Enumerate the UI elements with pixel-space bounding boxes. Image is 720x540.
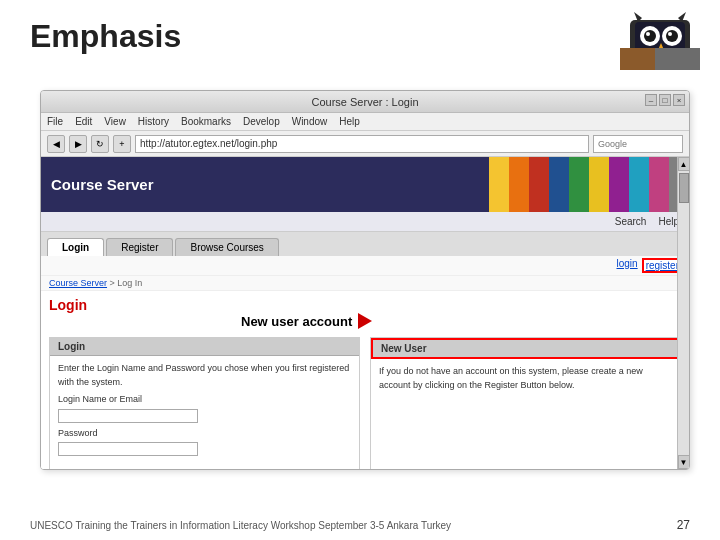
svg-rect-11 <box>620 48 655 70</box>
course-page: Course Server Search Help Login R <box>41 157 689 469</box>
browser-toolbar: ◀ ▶ ↻ + <box>41 131 689 157</box>
svg-rect-12 <box>655 48 700 70</box>
breadcrumb: Course Server > Log In <box>41 276 689 291</box>
address-bar[interactable] <box>135 135 589 153</box>
footer-text: UNESCO Training the Trainers in Informat… <box>30 520 451 531</box>
page-number: 27 <box>677 518 690 532</box>
svg-point-4 <box>646 32 650 36</box>
login-panel-header: Login <box>50 338 359 356</box>
pencils-image <box>489 157 689 212</box>
tab-register[interactable]: Register <box>106 238 173 256</box>
new-user-panel-text: If you do not have an account on this sy… <box>379 366 643 390</box>
course-header: Course Server <box>41 157 689 212</box>
scroll-up-button[interactable]: ▲ <box>678 157 690 171</box>
window-buttons: – □ × <box>645 94 685 106</box>
new-user-account-label: New user account <box>241 313 372 329</box>
page-content: Login New user account Login Enter the L… <box>41 291 689 469</box>
scrollbar: ▲ ▼ <box>677 157 689 469</box>
tab-login[interactable]: Login <box>47 238 104 256</box>
breadcrumb-separator: > Log In <box>110 278 143 288</box>
minimize-button[interactable]: – <box>645 94 657 106</box>
menu-file[interactable]: File <box>47 116 63 127</box>
nav-tabs: Login Register Browse Courses <box>41 232 689 256</box>
menu-bookmarks[interactable]: Bookmarks <box>181 116 231 127</box>
new-tab-button[interactable]: + <box>113 135 131 153</box>
scroll-thumb[interactable] <box>679 173 689 203</box>
forward-button[interactable]: ▶ <box>69 135 87 153</box>
login-panel: Login Enter the Login Name and Password … <box>49 337 360 469</box>
owl-icon <box>620 10 700 70</box>
panels: Login Enter the Login Name and Password … <box>49 337 681 469</box>
login-input-group: Login Name or Email Password <box>58 393 351 456</box>
slide-footer: UNESCO Training the Trainers in Informat… <box>30 518 690 532</box>
tab-browse-courses[interactable]: Browse Courses <box>175 238 278 256</box>
password-label: Password <box>58 427 351 441</box>
password-input[interactable] <box>58 442 198 456</box>
refresh-button[interactable]: ↻ <box>91 135 109 153</box>
menu-window[interactable]: Window <box>292 116 328 127</box>
menu-develop[interactable]: Develop <box>243 116 280 127</box>
browser-window: Course Server : Login – □ × File Edit Vi… <box>40 90 690 470</box>
login-link[interactable]: login <box>617 258 638 273</box>
arrow-right-icon <box>358 313 372 329</box>
close-button[interactable]: × <box>673 94 685 106</box>
scroll-down-button[interactable]: ▼ <box>678 455 690 469</box>
browser-titlebar: Course Server : Login – □ × <box>41 91 689 113</box>
menu-history[interactable]: History <box>138 116 169 127</box>
menu-edit[interactable]: Edit <box>75 116 92 127</box>
svg-point-6 <box>666 30 678 42</box>
new-user-text: New user account <box>241 314 352 329</box>
menu-view[interactable]: View <box>104 116 126 127</box>
svg-point-3 <box>644 30 656 42</box>
login-register-bar: login register <box>41 256 689 276</box>
menu-help[interactable]: Help <box>339 116 360 127</box>
svg-point-7 <box>668 32 672 36</box>
maximize-button[interactable]: □ <box>659 94 671 106</box>
search-bar[interactable] <box>593 135 683 153</box>
browser-menubar: File Edit View History Bookmarks Develop… <box>41 113 689 131</box>
browser-title: Course Server : Login <box>312 96 419 108</box>
help-link[interactable]: Help <box>658 216 679 227</box>
back-button[interactable]: ◀ <box>47 135 65 153</box>
search-help-bar: Search Help <box>41 212 689 232</box>
slide-title: Emphasis <box>0 0 720 65</box>
new-user-panel: New User If you do not have an account o… <box>370 337 681 469</box>
page-heading: Login <box>49 297 87 313</box>
new-user-panel-header: New User <box>371 338 680 359</box>
login-name-label: Login Name or Email <box>58 393 351 407</box>
course-logo: Course Server <box>51 176 154 193</box>
login-panel-body: Enter the Login Name and Password you ch… <box>50 356 359 462</box>
new-user-panel-body: If you do not have an account on this sy… <box>371 359 680 398</box>
login-name-input[interactable] <box>58 409 198 423</box>
search-link[interactable]: Search <box>615 216 647 227</box>
breadcrumb-link[interactable]: Course Server <box>49 278 107 288</box>
login-panel-text: Enter the Login Name and Password you ch… <box>58 363 349 387</box>
